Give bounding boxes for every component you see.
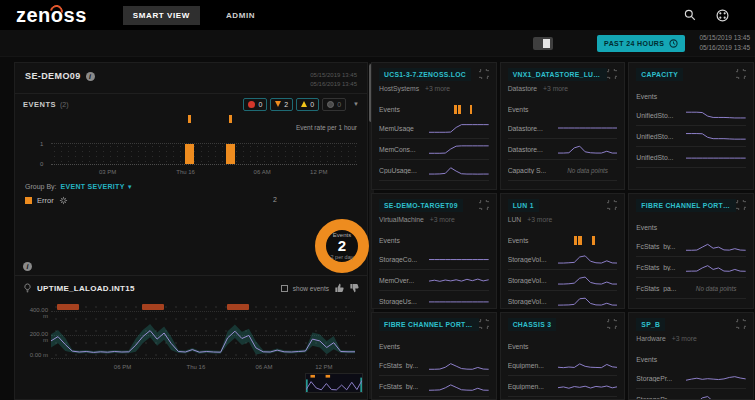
y-axis-max: 1 bbox=[40, 141, 43, 147]
badges-dropdown-caret[interactable]: ▼ bbox=[353, 101, 359, 107]
card-title[interactable]: SP_B bbox=[636, 318, 665, 331]
event-mark bbox=[470, 105, 473, 114]
card-title[interactable]: LUN 1 bbox=[508, 199, 539, 212]
show-events-label[interactable]: show events bbox=[293, 285, 329, 292]
card-title[interactable]: FIBRE CHANNEL PORT B/1/31 bbox=[379, 318, 479, 331]
metric-sparkline bbox=[558, 294, 618, 308]
card-title[interactable]: SE-DEMO-TARGET09 bbox=[379, 199, 463, 212]
main-content: SE-DEMO09 05/15/2019 13:45 05/16/2019 13… bbox=[0, 57, 755, 400]
metric-row[interactable]: FcStats_by... bbox=[636, 236, 746, 257]
apps-icon[interactable] bbox=[716, 9, 729, 22]
severity-badge-critical[interactable]: 0 bbox=[243, 98, 267, 111]
info-icon[interactable] bbox=[86, 72, 95, 81]
expand-icon[interactable] bbox=[479, 200, 489, 210]
metric-row[interactable]: MemCons... bbox=[379, 139, 489, 160]
metric-label: Events bbox=[636, 93, 686, 100]
metric-row[interactable]: CpuUsage... bbox=[379, 160, 489, 181]
expand-icon[interactable] bbox=[479, 69, 489, 79]
metric-row[interactable]: StorageVol... bbox=[508, 291, 618, 309]
metric-row[interactable]: MemUsage bbox=[379, 118, 489, 139]
expand-icon[interactable] bbox=[607, 319, 617, 329]
search-icon[interactable] bbox=[684, 9, 696, 21]
metric-row[interactable]: StorageVol... bbox=[508, 270, 618, 291]
metric-row[interactable]: Events bbox=[379, 101, 489, 118]
metric-row[interactable]: Equipmen... bbox=[508, 355, 618, 376]
metric-row[interactable]: Datastore... bbox=[508, 118, 618, 139]
expand-icon[interactable] bbox=[607, 200, 617, 210]
expand-icon[interactable] bbox=[607, 69, 617, 79]
tab-smart-view[interactable]: SMART VIEW bbox=[123, 6, 200, 25]
metric-row[interactable]: Events bbox=[508, 338, 618, 355]
show-events-checkbox[interactable] bbox=[281, 285, 288, 292]
tab-admin[interactable]: ADMIN bbox=[216, 6, 265, 25]
chart-range-preview[interactable] bbox=[305, 373, 363, 393]
expand-icon[interactable] bbox=[736, 319, 746, 329]
metric-row[interactable]: StoragePr... bbox=[636, 368, 746, 389]
sparkline-svg bbox=[686, 129, 746, 143]
metric-row[interactable]: Capacity S... No data points bbox=[508, 160, 618, 181]
metric-sparkline bbox=[686, 353, 746, 367]
severity-badge-info[interactable]: 0 bbox=[322, 98, 346, 111]
severity-badge-warning[interactable]: 0 bbox=[296, 98, 319, 111]
metric-sparkline: No data points bbox=[686, 281, 746, 295]
event-bar[interactable] bbox=[226, 144, 235, 164]
metric-row[interactable]: UnifiedSto... bbox=[636, 105, 746, 126]
events-bar-chart[interactable]: 1 0 bbox=[51, 143, 357, 165]
card-subtitle: HostSystems +3 more bbox=[379, 85, 489, 94]
metric-row[interactable]: UnifiedSto... bbox=[636, 126, 746, 147]
metric-row[interactable]: UnifiedSto... bbox=[636, 147, 746, 168]
group-by-dropdown[interactable]: EVENT SEVERITY ▼ bbox=[61, 183, 133, 190]
anomaly-badge[interactable] bbox=[227, 304, 249, 310]
zenoss-logo[interactable]: zenoss bbox=[16, 4, 87, 27]
metric-row[interactable]: MemOver... bbox=[379, 270, 489, 291]
clock-icon bbox=[669, 39, 678, 48]
card-title[interactable]: CAPACITY bbox=[636, 68, 683, 81]
card-rows: Events FcStats_by... FcStats_by... bbox=[379, 338, 489, 397]
gear-icon[interactable] bbox=[59, 196, 68, 205]
metric-row[interactable]: Events bbox=[636, 219, 746, 236]
metric-row[interactable]: StorageCo... bbox=[379, 249, 489, 270]
card-title[interactable]: VNX1_DATASTORE_LUN1 bbox=[508, 68, 608, 81]
expand-icon[interactable] bbox=[736, 69, 746, 79]
metric-row[interactable]: Datastore... bbox=[508, 139, 618, 160]
metric-row[interactable]: StoragePr... bbox=[636, 389, 746, 400]
anomaly-badge[interactable] bbox=[57, 304, 79, 310]
events-info-icon[interactable] bbox=[23, 262, 32, 271]
card-title[interactable]: UCS1-3-7.ZENOSS.LOC bbox=[379, 68, 471, 81]
expand-icon[interactable] bbox=[479, 319, 489, 329]
metric-row[interactable]: Events bbox=[636, 351, 746, 368]
metric-row[interactable]: Events bbox=[508, 101, 618, 118]
thumbs-down-icon[interactable] bbox=[349, 283, 359, 293]
metric-row[interactable]: Events bbox=[508, 232, 618, 249]
metric-row[interactable]: Equipmen... bbox=[508, 376, 618, 397]
metric-row[interactable]: FcStats_by... bbox=[636, 257, 746, 278]
metric-row[interactable]: Events bbox=[379, 338, 489, 355]
dashboard-toolbar: PAST 24 HOURS 05/15/2019 13:45 05/16/201… bbox=[0, 30, 755, 57]
event-bar[interactable] bbox=[185, 144, 194, 164]
metric-row[interactable]: StorageVol... bbox=[508, 249, 618, 270]
error-count: 2 bbox=[284, 101, 288, 108]
focus-panel-header: SE-DEMO09 05/15/2019 13:45 05/16/2019 13… bbox=[15, 63, 367, 93]
expand-icon[interactable] bbox=[736, 200, 746, 210]
panel-end-date: 05/16/2019 13:45 bbox=[310, 80, 357, 89]
card-rows: Events StorageVol... StorageVol... Stora… bbox=[508, 232, 618, 309]
metric-row[interactable]: FcStats_by... bbox=[379, 355, 489, 376]
time-range-button[interactable]: PAST 24 HOURS bbox=[597, 35, 685, 52]
metric-label: UnifiedSto... bbox=[636, 112, 686, 119]
uptime-chart[interactable]: 400.00 m 200.00 m 0.00 m bbox=[51, 301, 355, 359]
severity-badge-error[interactable]: 2 bbox=[270, 98, 293, 111]
events-donut[interactable]: Events 2 2 per day bbox=[315, 219, 369, 273]
layout-toggle-icon[interactable] bbox=[533, 37, 553, 50]
metric-sparkline bbox=[686, 260, 746, 274]
metric-row[interactable]: FcStats_by... bbox=[379, 376, 489, 397]
metric-row[interactable]: Events bbox=[379, 232, 489, 249]
card-title[interactable]: CHASSIS 3 bbox=[508, 318, 557, 331]
thumbs-up-icon[interactable] bbox=[334, 283, 344, 293]
anomaly-badge[interactable] bbox=[142, 304, 164, 310]
metric-row[interactable]: Events bbox=[636, 88, 746, 105]
card-title[interactable]: FIBRE CHANNEL PORT A/1/35 bbox=[636, 199, 736, 212]
metric-sparkline bbox=[686, 221, 746, 235]
metric-row[interactable]: StorageUs... bbox=[379, 291, 489, 309]
metric-row[interactable]: FcStats_pa... No data points bbox=[636, 278, 746, 299]
entity-card: FIBRE CHANNEL PORT A/1/35 Events FcStats… bbox=[628, 193, 754, 309]
